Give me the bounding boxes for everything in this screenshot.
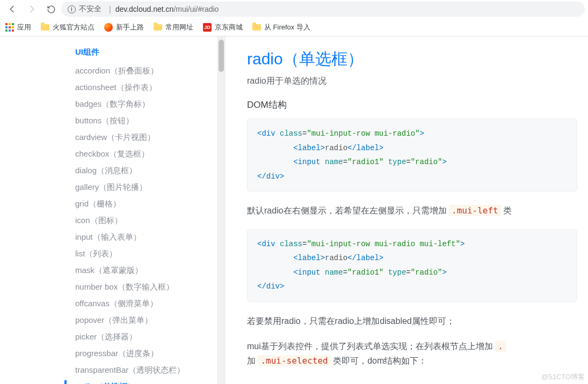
sidebar-item[interactable]: transparentBar（透明状态栏）	[75, 362, 226, 379]
sidebar-item[interactable]: checkbox（复选框）	[75, 146, 226, 163]
para3-pre: mui基于列表控件，提供了列表式单选实现；在列表根节点上增加	[247, 342, 495, 351]
site-info[interactable]: i 不安全	[68, 4, 101, 14]
inline-code-dot: .	[495, 341, 506, 352]
url-host: dev.dcloud.net.cn	[115, 5, 174, 13]
back-button[interactable]	[8, 4, 17, 14]
folder-icon	[252, 24, 261, 31]
para3-mid: 加	[247, 356, 258, 365]
separator: |	[109, 5, 111, 13]
sidebar-item[interactable]: number box（数字输入框）	[75, 279, 226, 296]
code-block-1[interactable]: <div class="mui-input-row mui-radio"> <l…	[247, 119, 577, 191]
paragraph-1: 默认radio在右侧显示，若希望在左侧显示，只需增加 .mui-left 类	[247, 203, 577, 218]
sidebar-item[interactable]: list（列表）	[75, 246, 226, 262]
sidebar[interactable]: UI组件 accordion（折叠面板）actionsheet（操作表）badg…	[64, 36, 226, 384]
inline-code-mui-left: .mui-left	[449, 205, 501, 216]
sidebar-list: accordion（折叠面板）actionsheet（操作表）badges（数字…	[75, 63, 226, 384]
page-body: UI组件 accordion（折叠面板）actionsheet（操作表）badg…	[0, 36, 588, 384]
sidebar-item[interactable]: popover（弹出菜单）	[75, 312, 226, 329]
para1-pre: 默认radio在右侧显示，若希望在左侧显示，只需增加	[247, 206, 449, 215]
folder-icon	[41, 24, 49, 31]
sidebar-item[interactable]: picker（选择器）	[75, 329, 226, 345]
insecure-label: 不安全	[79, 4, 101, 14]
para3-post: 类即可，dom结构如下：	[331, 356, 427, 365]
content-area: radio（单选框） radio用于单选的情况 DOM结构 <div class…	[226, 36, 588, 384]
nav-buttons	[3, 4, 56, 14]
sidebar-item[interactable]: cardview（卡片视图）	[75, 129, 226, 146]
dom-heading: DOM结构	[247, 99, 577, 111]
watermark: @51CTO博客	[541, 372, 585, 382]
sidebar-item[interactable]: radio（单选框）	[75, 379, 226, 384]
bookmark-label: 常用网址	[165, 23, 193, 32]
sidebar-item[interactable]: gallery（图片轮播）	[75, 179, 226, 196]
bookmark-item[interactable]: 从 Firefox 导入	[252, 23, 310, 32]
apps-button[interactable]: 应用	[5, 23, 31, 32]
reload-button[interactable]	[46, 4, 56, 14]
bookmark-item[interactable]: 新手上路	[104, 23, 144, 32]
sidebar-item[interactable]: dialog（消息框）	[75, 163, 226, 179]
url-path: /mui/ui/#radio	[173, 5, 219, 13]
sidebar-item[interactable]: icon（图标）	[75, 212, 226, 229]
paragraph-2: 若要禁用radio，只需在radio上增加disabled属性即可；	[247, 314, 577, 328]
sidebar-item[interactable]: buttons（按钮）	[75, 113, 226, 129]
inline-code-mui-selected: .mui-selected	[258, 355, 330, 366]
bookmark-label: 从 Firefox 导入	[264, 23, 310, 32]
sidebar-item[interactable]: progressbar（进度条）	[75, 345, 226, 362]
sidebar-item[interactable]: input（输入表单）	[75, 229, 226, 246]
bookmark-label: 京东商城	[215, 23, 243, 32]
apps-icon	[5, 23, 14, 32]
bookmark-items: 火狐官方站点新手上路常用网址JD京东商城从 Firefox 导入	[41, 23, 310, 32]
folder-icon	[154, 24, 162, 31]
bookmarks-bar: 应用 火狐官方站点新手上路常用网址JD京东商城从 Firefox 导入	[0, 18, 588, 36]
bookmark-label: 火狐官方站点	[53, 23, 95, 32]
sidebar-container: UI组件 accordion（折叠面板）actionsheet（操作表）badg…	[0, 36, 226, 384]
sidebar-title[interactable]: UI组件	[75, 45, 226, 63]
apps-label: 应用	[17, 23, 31, 32]
paragraph-3: mui基于列表控件，提供了列表式单选实现；在列表根节点上增加 . 加 .mui-…	[247, 339, 577, 368]
sidebar-scrollbar[interactable]	[217, 36, 226, 384]
sidebar-item[interactable]: mask（遮罩蒙版）	[75, 262, 226, 279]
sidebar-item[interactable]: badges（数字角标）	[75, 96, 226, 113]
page-subtitle: radio用于单选的情况	[247, 76, 577, 87]
sidebar-item[interactable]: actionsheet（操作表）	[75, 79, 226, 96]
sidebar-item[interactable]: offcanvas（侧滑菜单）	[75, 296, 226, 312]
bookmark-label: 新手上路	[116, 23, 144, 32]
jd-icon: JD	[203, 23, 212, 32]
address-bar[interactable]: i 不安全 | dev.dcloud.net.cn/mui/ui/#radio	[61, 2, 585, 17]
scroll-thumb[interactable]	[219, 40, 224, 72]
code-block-2[interactable]: <div class="mui-input-row mui-radio mui-…	[247, 229, 577, 302]
firefox-icon	[104, 23, 113, 32]
para1-post: 类	[501, 206, 512, 215]
page-title: radio（单选框）	[247, 48, 577, 70]
browser-toolbar: i 不安全 | dev.dcloud.net.cn/mui/ui/#radio	[0, 0, 588, 18]
bookmark-item[interactable]: JD京东商城	[203, 23, 243, 32]
sidebar-item[interactable]: accordion（折叠面板）	[75, 63, 226, 79]
bookmark-item[interactable]: 常用网址	[154, 23, 193, 32]
info-icon: i	[68, 5, 76, 13]
sidebar-item[interactable]: grid（栅格）	[75, 196, 226, 212]
bookmark-item[interactable]: 火狐官方站点	[41, 23, 95, 32]
forward-button[interactable]	[27, 4, 37, 14]
